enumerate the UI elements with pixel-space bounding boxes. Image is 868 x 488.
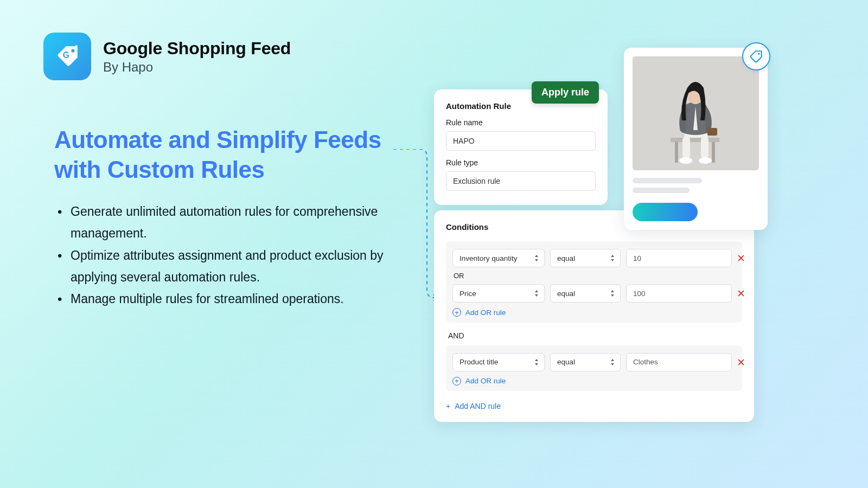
feature-item: Generate unlimited automation rules for … — [54, 201, 401, 245]
svg-point-0 — [71, 49, 74, 52]
skeleton-line — [633, 178, 702, 183]
hero-section: Automate and Simplify Feeds with Custom … — [54, 125, 401, 310]
sort-icon — [609, 254, 616, 262]
close-icon — [737, 254, 745, 262]
automation-rule-card: Automation Rule Rule name Rule type — [434, 89, 608, 205]
condition-field-select[interactable]: Inventory quantity — [452, 249, 545, 267]
svg-point-9 — [679, 157, 692, 164]
remove-condition-button[interactable] — [737, 357, 745, 368]
condition-operator-select[interactable]: equal — [550, 249, 621, 267]
sort-icon — [609, 358, 616, 367]
add-or-rule-button[interactable]: + Add OR rule — [452, 377, 506, 386]
close-icon — [737, 290, 745, 297]
condition-operator-value: equal — [557, 290, 575, 298]
rule-name-label: Rule name — [446, 118, 596, 127]
feature-item: Manage multiple rules for streamlined op… — [54, 288, 401, 310]
condition-operator-select[interactable]: equal — [550, 353, 621, 371]
sort-icon — [609, 289, 616, 298]
condition-field-value: Inventory quantity — [459, 254, 518, 262]
condition-value-input[interactable] — [626, 249, 732, 267]
plus-circle-icon: + — [446, 402, 450, 410]
conditions-card: Conditions Inventory quantity equal OR P… — [434, 210, 754, 422]
svg-rect-8 — [701, 137, 709, 158]
rule-type-input[interactable] — [446, 171, 596, 191]
sort-icon — [533, 254, 540, 262]
condition-field-select[interactable]: Price — [452, 284, 545, 303]
add-or-rule-label: Add OR rule — [465, 309, 506, 317]
feature-item: Optimize attributes assignment and produ… — [54, 245, 401, 288]
product-cta-button[interactable] — [633, 203, 698, 221]
add-and-rule-button[interactable]: + Add AND rule — [446, 402, 501, 410]
skeleton-line — [633, 188, 690, 193]
sort-icon — [533, 289, 540, 298]
condition-group-or: Inventory quantity equal OR Price equal — [446, 241, 742, 323]
condition-field-select[interactable]: Product title — [452, 353, 545, 371]
svg-point-10 — [699, 157, 712, 164]
svg-rect-5 — [675, 142, 678, 163]
condition-row: Product title equal — [452, 353, 736, 371]
apply-rule-button[interactable]: Apply rule — [532, 81, 599, 104]
svg-rect-7 — [682, 137, 690, 158]
condition-value-input[interactable] — [626, 353, 732, 371]
svg-rect-11 — [707, 128, 717, 136]
plus-circle-icon: + — [452, 308, 461, 317]
app-header: G Google Shopping Feed By Hapo — [43, 33, 291, 80]
feature-list: Generate unlimited automation rules for … — [54, 201, 401, 310]
plus-circle-icon: + — [452, 377, 461, 386]
svg-point-13 — [758, 53, 760, 54]
condition-group-and: Product title equal + Add OR rule — [446, 345, 742, 391]
condition-operator-value: equal — [557, 254, 575, 262]
condition-operator-select[interactable]: equal — [550, 284, 621, 303]
tag-icon — [749, 49, 763, 63]
tag-badge — [742, 42, 770, 70]
sort-icon — [533, 358, 540, 367]
condition-field-value: Product title — [459, 358, 498, 366]
or-separator: OR — [454, 272, 736, 280]
add-or-rule-label: Add OR rule — [465, 377, 506, 385]
condition-field-value: Price — [459, 290, 476, 298]
svg-rect-6 — [712, 142, 715, 163]
condition-row: Price equal — [452, 284, 736, 303]
condition-row: Inventory quantity equal — [452, 249, 736, 267]
product-image — [633, 56, 759, 170]
rule-name-input[interactable] — [446, 131, 596, 151]
and-separator: AND — [448, 331, 742, 340]
svg-text:G: G — [63, 50, 69, 60]
condition-value-input[interactable] — [626, 284, 732, 303]
app-title: Google Shopping Feed — [103, 38, 291, 59]
condition-operator-value: equal — [557, 358, 575, 366]
remove-condition-button[interactable] — [737, 288, 745, 299]
add-and-rule-label: Add AND rule — [455, 402, 501, 410]
product-preview-card — [624, 48, 768, 230]
svg-point-2 — [75, 45, 78, 47]
close-icon — [737, 358, 745, 366]
rule-type-label: Rule type — [446, 158, 596, 167]
app-byline: By Hapo — [103, 60, 291, 75]
svg-rect-4 — [671, 138, 719, 142]
hero-headline: Automate and Simplify Feeds with Custom … — [54, 125, 401, 184]
app-icon: G — [43, 33, 91, 80]
add-or-rule-button[interactable]: + Add OR rule — [452, 308, 506, 317]
remove-condition-button[interactable] — [737, 253, 745, 264]
